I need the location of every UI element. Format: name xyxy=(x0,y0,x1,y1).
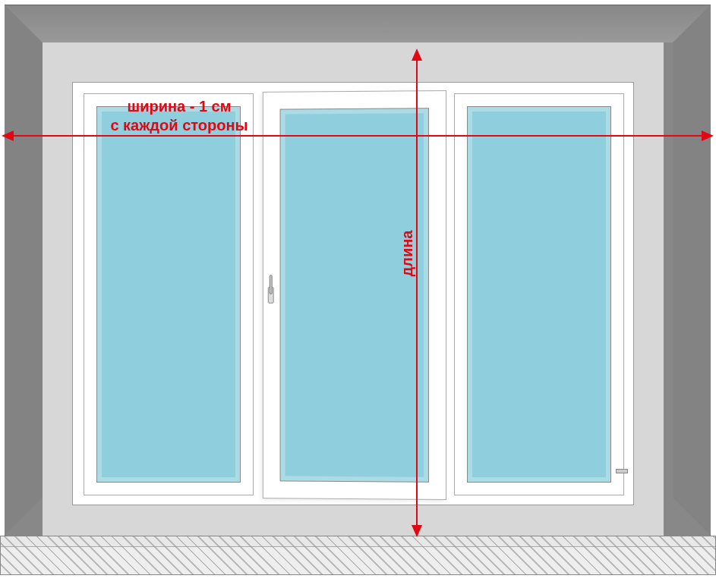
glass-pane-left xyxy=(96,106,241,483)
glass-pane-right xyxy=(467,106,611,483)
width-arrow-line xyxy=(12,135,703,137)
wall-bevel-right xyxy=(673,5,711,536)
arrowhead-right-icon xyxy=(702,130,714,141)
hatch-pattern xyxy=(1,536,715,574)
width-label-line2: с каждой стороны xyxy=(110,117,248,134)
window-handle-icon xyxy=(268,279,276,311)
hinge-icon xyxy=(616,469,628,473)
window-sash-left xyxy=(84,93,254,495)
window-sill xyxy=(0,536,716,575)
width-label-line1: ширина - 1 см xyxy=(127,98,231,115)
arrowhead-down-icon xyxy=(412,525,422,537)
arrowhead-left-icon xyxy=(2,130,14,141)
length-label: длина xyxy=(398,208,417,299)
wall-bevel-top xyxy=(5,5,711,42)
arrowhead-up-icon xyxy=(412,49,422,61)
width-label: ширина - 1 см с каждой стороны xyxy=(88,97,270,135)
window-sash-middle xyxy=(263,90,446,500)
wall-bevel-left xyxy=(5,5,43,536)
window-sash-right xyxy=(454,93,624,495)
window-frame xyxy=(72,82,634,505)
